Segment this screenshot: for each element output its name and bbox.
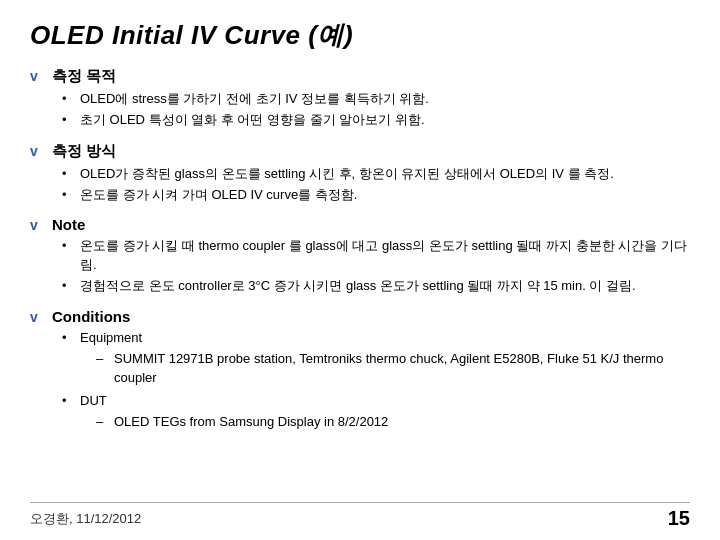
section4-list: Equipment SUMMIT 12971B probe station, T… — [52, 329, 690, 434]
section-measurement-method: v 측정 방식 OLED가 증착된 glass의 온도를 settling 시킨… — [30, 142, 690, 207]
footer-author-date: 오경환, 11/12/2012 — [30, 510, 141, 528]
list-item: Equipment SUMMIT 12971B probe station, T… — [62, 329, 690, 390]
list-item: 온도를 증가 시킬 때 thermo coupler 를 glass에 대고 g… — [62, 237, 690, 275]
equipment-dash1: SUMMIT 12971B probe station, Temtroniks … — [114, 350, 690, 388]
section1-content: 측정 목적 OLED에 stress를 가하기 전에 초기 IV 정보를 획득하… — [52, 67, 690, 132]
dut-dash-list: OLED TEGs from Samsung Display in 8/2/20… — [80, 413, 690, 432]
section1-bullet1: OLED에 stress를 가하기 전에 초기 IV 정보를 획득하기 위함. — [80, 90, 690, 109]
list-item: 경험적으로 온도 controller로 3°C 증가 시키면 glass 온도… — [62, 277, 690, 296]
list-item: DUT OLED TEGs from Samsung Display in 8/… — [62, 392, 690, 434]
section2-list: OLED가 증착된 glass의 온도를 settling 시킨 후, 항온이 … — [52, 165, 690, 205]
bullet-v-1: v — [30, 68, 52, 84]
bullet-v-4: v — [30, 309, 52, 325]
bullet-v-3: v — [30, 217, 52, 233]
list-item: OLED TEGs from Samsung Display in 8/2/20… — [96, 413, 690, 432]
bullet-v-2: v — [30, 143, 52, 159]
section3-bullet1: 온도를 증가 시킬 때 thermo coupler 를 glass에 대고 g… — [80, 237, 690, 275]
list-item: 온도를 증가 시켜 가며 OLED IV curve를 측정함. — [62, 186, 690, 205]
page-title: OLED Initial IV Curve (예) — [30, 18, 690, 53]
section1-heading: 측정 목적 — [52, 67, 690, 86]
section3-list: 온도를 증가 시킬 때 thermo coupler 를 glass에 대고 g… — [52, 237, 690, 296]
section3-bullet2: 경험적으로 온도 controller로 3°C 증가 시키면 glass 온도… — [80, 277, 690, 296]
section2-content: 측정 방식 OLED가 증착된 glass의 온도를 settling 시킨 후… — [52, 142, 690, 207]
conditions-equipment-label: Equipment SUMMIT 12971B probe station, T… — [80, 329, 690, 390]
section2-heading: 측정 방식 — [52, 142, 690, 161]
footer-page-number: 15 — [668, 507, 690, 530]
section-conditions: v Conditions Equipment SUMMIT 12971B pro… — [30, 308, 690, 437]
page: OLED Initial IV Curve (예) v 측정 목적 OLED에 … — [0, 0, 720, 540]
dut-dash1: OLED TEGs from Samsung Display in 8/2/20… — [114, 413, 690, 432]
section2-bullet2: 온도를 증가 시켜 가며 OLED IV curve를 측정함. — [80, 186, 690, 205]
list-item: OLED가 증착된 glass의 온도를 settling 시킨 후, 항온이 … — [62, 165, 690, 184]
section2-bullet1: OLED가 증착된 glass의 온도를 settling 시킨 후, 항온이 … — [80, 165, 690, 184]
section1-list: OLED에 stress를 가하기 전에 초기 IV 정보를 획득하기 위함. … — [52, 90, 690, 130]
equipment-dash-list: SUMMIT 12971B probe station, Temtroniks … — [80, 350, 690, 388]
section3-heading: Note — [52, 216, 690, 233]
section1-bullet2: 초기 OLED 특성이 열화 후 어떤 영향을 줄기 알아보기 위함. — [80, 111, 690, 130]
footer: 오경환, 11/12/2012 15 — [30, 502, 690, 530]
conditions-dut-label: DUT OLED TEGs from Samsung Display in 8/… — [80, 392, 690, 434]
list-item: SUMMIT 12971B probe station, Temtroniks … — [96, 350, 690, 388]
section4-heading: Conditions — [52, 308, 690, 325]
section3-content: Note 온도를 증가 시킬 때 thermo coupler 를 glass에… — [52, 216, 690, 298]
section4-content: Conditions Equipment SUMMIT 12971B probe… — [52, 308, 690, 437]
section-measurement-purpose: v 측정 목적 OLED에 stress를 가하기 전에 초기 IV 정보를 획… — [30, 67, 690, 132]
section-note: v Note 온도를 증가 시킬 때 thermo coupler 를 glas… — [30, 216, 690, 298]
list-item: OLED에 stress를 가하기 전에 초기 IV 정보를 획득하기 위함. — [62, 90, 690, 109]
list-item: 초기 OLED 특성이 열화 후 어떤 영향을 줄기 알아보기 위함. — [62, 111, 690, 130]
